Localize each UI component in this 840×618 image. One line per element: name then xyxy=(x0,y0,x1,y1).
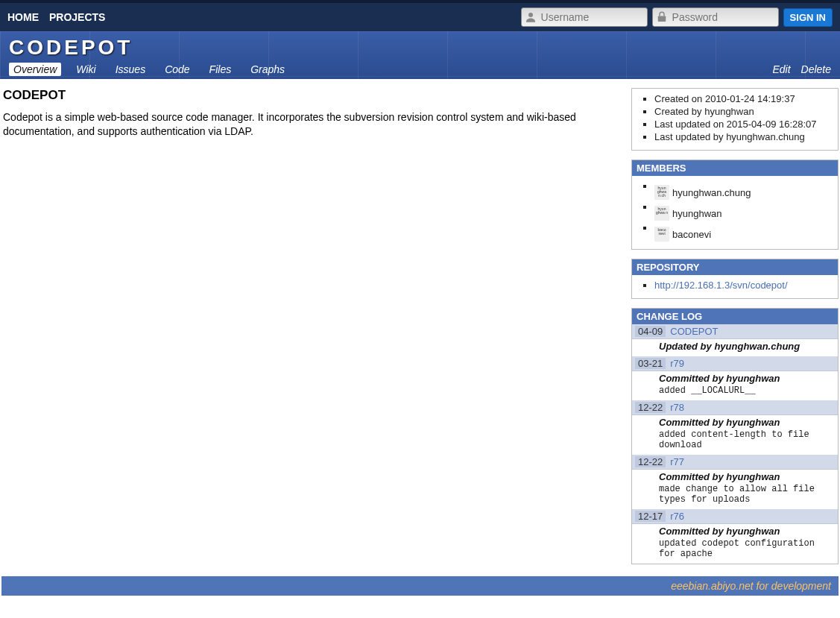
username-wrap xyxy=(521,7,648,27)
banner-title: CODEPOT xyxy=(9,36,831,60)
tab-wiki[interactable]: Wiki xyxy=(72,63,100,76)
top-nav: HOME PROJECTS xyxy=(7,11,105,23)
top-bar: HOME PROJECTS SIGN IN xyxy=(0,0,840,31)
changelog-entry-body: Committed by hyunghwanupdated codepot co… xyxy=(632,524,838,564)
username-input[interactable] xyxy=(521,7,648,27)
change-date: 04-09 xyxy=(635,326,666,337)
change-author: Updated by hyunghwan.chung xyxy=(659,341,835,352)
nav-home[interactable]: HOME xyxy=(7,11,39,23)
changelog-box: CHANGE LOG 04-09CODEPOTUpdated by hyungh… xyxy=(631,308,839,564)
member-item: hyun ghwa n.ch hyunghwan.chung xyxy=(654,180,830,200)
sidebar: Created on 2010-01-24 14:19:37 Created b… xyxy=(631,88,839,564)
member-link[interactable]: hyunghwan.chung xyxy=(672,187,751,198)
project-description: Codepot is a simple web-based source cod… xyxy=(3,110,607,139)
nav-projects[interactable]: PROJECTS xyxy=(49,11,105,23)
user-icon xyxy=(524,10,537,24)
member-item: hyun ghwa n hyunghwan xyxy=(654,201,830,221)
change-message: made change to allow all file types for … xyxy=(659,484,835,505)
changelog-entry-body: Committed by hyunghwanmade change to all… xyxy=(632,470,838,509)
change-date: 12-22 xyxy=(635,402,666,413)
members-header: MEMBERS xyxy=(632,160,838,176)
avatar: hyun ghwa n.ch xyxy=(654,185,669,200)
member-link[interactable]: hyunghwan xyxy=(672,208,722,219)
tab-overview[interactable]: Overview xyxy=(9,63,61,76)
changelog-entry-body: Updated by hyunghwan.chung xyxy=(632,339,838,356)
tab-graphs[interactable]: Graphs xyxy=(246,63,289,76)
repository-header: REPOSITORY xyxy=(632,259,838,275)
svg-point-0 xyxy=(528,13,533,17)
changelog-header: CHANGE LOG xyxy=(632,309,838,324)
change-message: added __LOCALURL__ xyxy=(659,385,835,396)
avatar: baco nevi xyxy=(654,227,669,242)
change-author: Committed by hyunghwan xyxy=(659,417,835,428)
tab-code[interactable]: Code xyxy=(160,63,194,76)
change-author: Committed by hyunghwan xyxy=(659,526,835,537)
changelog-entry-head: 04-09CODEPOT xyxy=(632,324,838,339)
password-wrap xyxy=(652,7,779,27)
meta-created-on: Created on 2010-01-24 14:19:37 xyxy=(654,93,830,104)
meta-created-by: Created by hyunghwan xyxy=(654,106,830,117)
action-edit[interactable]: Edit xyxy=(772,63,790,75)
change-message: added content-length to file download xyxy=(659,429,835,450)
change-message: updated codepot configuration for apache xyxy=(659,538,835,559)
member-link[interactable]: baconevi xyxy=(672,229,711,240)
member-item: baco nevi baconevi xyxy=(654,222,830,242)
password-input[interactable] xyxy=(652,7,779,27)
changelog-entry-head: 12-22r77 xyxy=(632,455,838,470)
banner: CODEPOT Overview Wiki Issues Code Files … xyxy=(0,31,840,79)
change-revision-link[interactable]: r79 xyxy=(670,358,684,369)
change-revision-link[interactable]: r78 xyxy=(670,402,684,413)
svg-rect-1 xyxy=(657,16,666,22)
repository-box: REPOSITORY http://192.168.1.3/svn/codepo… xyxy=(631,259,839,299)
changelog-entry-head: 12-22r78 xyxy=(632,400,838,415)
footer: eeebian.abiyo.net for development xyxy=(1,576,839,596)
project-tabs: Overview Wiki Issues Code Files Graphs xyxy=(9,63,289,76)
lock-icon xyxy=(655,10,669,24)
repository-link[interactable]: http://192.168.1.3/svn/codepot/ xyxy=(654,280,788,291)
members-box: MEMBERS hyun ghwa n.ch hyunghwan.chunghy… xyxy=(631,160,839,250)
change-author: Committed by hyunghwan xyxy=(659,373,835,384)
meta-updated-on: Last updated on 2015-04-09 16:28:07 xyxy=(654,119,830,130)
change-date: 12-17 xyxy=(635,511,666,522)
avatar: hyun ghwa n xyxy=(654,206,669,221)
action-delete[interactable]: Delete xyxy=(801,63,831,75)
signin-button[interactable]: SIGN IN xyxy=(783,8,833,27)
tab-files[interactable]: Files xyxy=(205,63,236,76)
main-content: CODEPOT Codepot is a simple web-based so… xyxy=(1,88,621,564)
change-revision-link[interactable]: r76 xyxy=(670,511,684,522)
meta-updated-by: Last updated by hyunghwan.chung xyxy=(654,131,830,142)
tab-issues[interactable]: Issues xyxy=(111,63,150,76)
change-author: Committed by hyunghwan xyxy=(659,471,835,482)
change-revision-link[interactable]: r77 xyxy=(670,456,684,467)
changelog-entry-body: Committed by hyunghwanadded content-leng… xyxy=(632,415,838,455)
changelog-entry-body: Committed by hyunghwanadded __LOCALURL__ xyxy=(632,371,838,400)
changelog-entry-head: 12-17r76 xyxy=(632,509,838,524)
changelog-entry-head: 03-21r79 xyxy=(632,356,838,371)
change-revision-link[interactable]: CODEPOT xyxy=(670,326,718,337)
change-date: 12-22 xyxy=(635,456,666,467)
page-title: CODEPOT xyxy=(3,88,621,103)
change-date: 03-21 xyxy=(635,358,666,369)
meta-box: Created on 2010-01-24 14:19:37 Created b… xyxy=(631,88,839,151)
